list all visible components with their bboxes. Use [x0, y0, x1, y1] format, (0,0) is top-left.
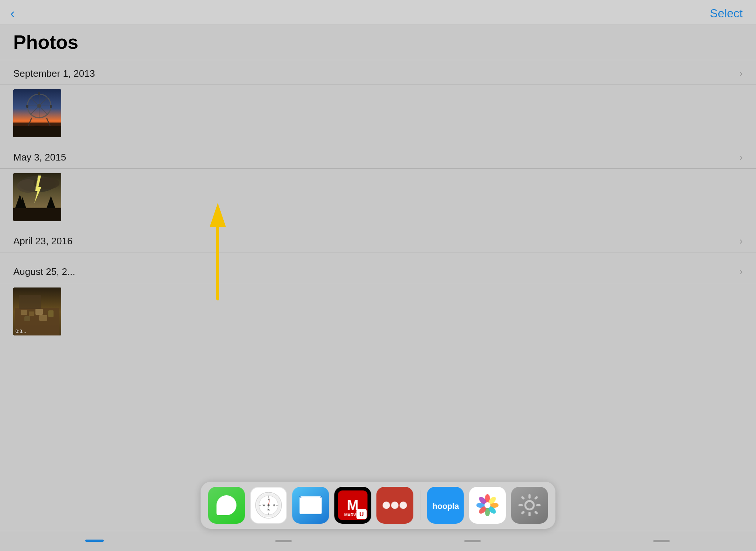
date-section-2[interactable]: May 3, 2015 ›	[0, 144, 756, 169]
svg-rect-73	[529, 494, 531, 499]
svg-rect-74	[529, 512, 531, 516]
tab-photos-indicator	[85, 540, 104, 542]
svg-rect-78	[534, 496, 538, 500]
svg-rect-76	[536, 504, 541, 506]
svg-rect-0	[13, 89, 61, 137]
svg-text:W: W	[263, 504, 265, 507]
date-section-3[interactable]: April 23, 2016 ›	[0, 228, 756, 252]
svg-rect-9	[26, 105, 28, 108]
tab-albums[interactable]	[261, 540, 306, 542]
svg-point-13	[30, 126, 45, 130]
select-button[interactable]: Select	[710, 7, 743, 20]
svg-text:U: U	[360, 511, 364, 517]
chevron-right-icon-2: ›	[739, 151, 743, 163]
svg-point-50	[268, 504, 270, 506]
svg-point-57	[383, 502, 390, 509]
svg-rect-1	[13, 123, 61, 137]
date-label-1: September 1, 2013	[13, 68, 95, 79]
photos-row-2	[0, 169, 756, 228]
svg-rect-32	[19, 295, 41, 309]
dock-icon-safari[interactable]: N S E W	[250, 487, 287, 524]
tab-albums-indicator	[275, 540, 292, 542]
svg-point-58	[391, 502, 399, 509]
svg-rect-75	[519, 504, 523, 506]
dock-divider	[420, 490, 420, 520]
date-label-3: April 23, 2016	[13, 235, 72, 247]
date-label-2: May 3, 2015	[13, 152, 66, 163]
content-area: September 1, 2013 ›	[0, 60, 756, 342]
dock-icon-marvel[interactable]: M MARVEL U	[334, 487, 371, 524]
date-section-4[interactable]: August 25, 2... ›	[0, 258, 756, 283]
svg-text:hoopla: hoopla	[433, 502, 460, 511]
back-button[interactable]: ‹	[10, 7, 15, 20]
video-duration: 0:3...	[16, 328, 26, 334]
svg-rect-51	[300, 496, 322, 514]
dock-icon-hoopla[interactable]: hoopla	[427, 487, 464, 524]
page-title: Photos	[0, 24, 756, 60]
tab-moments-indicator	[653, 540, 670, 542]
header: ‹ Select	[0, 0, 756, 24]
tab-photos[interactable]	[72, 540, 117, 543]
date-label-4: August 25, 2...	[13, 266, 75, 278]
svg-rect-28	[35, 309, 43, 315]
dock-icon-photos[interactable]	[469, 487, 506, 524]
svg-text:S: S	[268, 509, 270, 512]
svg-text:N: N	[268, 498, 270, 501]
dock-icon-letterboxd[interactable]	[377, 487, 413, 524]
dock: N S E W M	[201, 482, 556, 529]
svg-rect-29	[24, 316, 30, 321]
svg-marker-36	[223, 507, 229, 510]
tab-moments[interactable]	[639, 540, 684, 542]
svg-rect-79	[521, 510, 525, 514]
chevron-right-icon-3: ›	[739, 235, 743, 247]
tab-shared-indicator	[464, 540, 481, 542]
photos-row-4: 0:3...	[0, 283, 756, 342]
chevron-right-icon-1: ›	[739, 68, 743, 79]
dock-container: N S E W M	[201, 482, 556, 529]
svg-rect-8	[38, 92, 40, 95]
svg-point-59	[400, 502, 407, 509]
svg-point-70	[485, 502, 491, 508]
tab-bar	[0, 531, 756, 551]
dock-icon-mail[interactable]	[292, 487, 329, 524]
tab-shared[interactable]	[450, 540, 495, 542]
svg-point-35	[218, 496, 236, 511]
svg-rect-10	[50, 105, 52, 108]
photo-lightning[interactable]	[13, 173, 61, 221]
svg-rect-18	[13, 208, 61, 221]
svg-rect-31	[48, 310, 54, 317]
svg-rect-27	[29, 311, 34, 316]
svg-rect-26	[21, 310, 27, 315]
photo-desk[interactable]: 0:3...	[13, 287, 61, 335]
date-section-1[interactable]: September 1, 2013 ›	[0, 60, 756, 85]
photo-ferris-wheel[interactable]	[13, 89, 61, 137]
svg-rect-80	[534, 510, 538, 514]
dock-icon-settings[interactable]	[511, 487, 548, 524]
svg-rect-77	[521, 496, 525, 500]
chevron-right-icon-4: ›	[739, 266, 743, 278]
svg-text:E: E	[273, 504, 275, 507]
photos-row-1	[0, 85, 756, 144]
dock-icon-messages[interactable]	[208, 487, 245, 524]
svg-point-72	[526, 502, 533, 509]
svg-rect-30	[39, 315, 47, 321]
